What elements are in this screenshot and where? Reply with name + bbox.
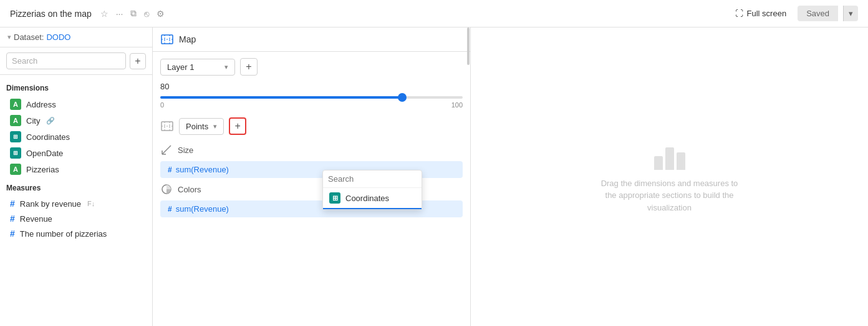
- scroll-bar: [467, 27, 470, 65]
- link-icon: 🔗: [46, 117, 55, 125]
- slider-track[interactable]: [160, 96, 463, 99]
- popup-search-area: [323, 170, 422, 188]
- sidebar-item-city[interactable]: A City 🔗: [6, 112, 146, 129]
- city-type-icon: A: [10, 115, 21, 126]
- visualization-area: Drag the dimensions and measures to the …: [471, 27, 868, 326]
- center-panel: Map Layer 1 ▾ + 80: [153, 27, 471, 326]
- measures-title: Measures: [6, 184, 146, 192]
- popup-coordinates-label: Coordinates: [345, 194, 389, 203]
- settings-button[interactable]: ⚙: [153, 6, 168, 21]
- sidebar-item-num-pizzerias[interactable]: # The number of pizzerias: [6, 226, 146, 241]
- points-select[interactable]: Points ▾: [179, 118, 224, 135]
- size-icon: [160, 144, 173, 156]
- revenue-icon: #: [10, 214, 15, 224]
- fullscreen-icon: ⛶: [735, 9, 743, 18]
- layer-label: Layer 1: [167, 62, 194, 72]
- points-row: Points ▾ +: [160, 117, 463, 135]
- sidebar-item-address[interactable]: A Address: [6, 96, 146, 112]
- layer-row: Layer 1 ▾ +: [160, 58, 463, 76]
- rank-f-label: F↓: [87, 200, 95, 207]
- header-right: ⛶ Full screen Saved ▾: [729, 6, 858, 21]
- sidebar-content: Dimensions A Address A City 🔗 ⊞ Coordina…: [0, 75, 152, 326]
- sidebar: ▾ Dataset: DODO + Dimensions A Address A…: [0, 27, 153, 326]
- add-points-field-button[interactable]: +: [229, 117, 246, 135]
- saved-dropdown-button[interactable]: ▾: [843, 6, 858, 21]
- points-chevron-icon: ▾: [213, 122, 217, 131]
- page-title: Pizzerias on the map: [10, 9, 92, 19]
- more-options-button[interactable]: ···: [112, 6, 127, 21]
- layer-chevron-icon: ▾: [224, 63, 228, 71]
- fullscreen-button[interactable]: ⛶ Full screen: [729, 6, 793, 21]
- main-content: ▾ Dataset: DODO + Dimensions A Address A…: [0, 27, 868, 326]
- scroll-indicator[interactable]: [466, 27, 470, 326]
- opendate-type-icon: ⊞: [10, 147, 21, 159]
- num-pizzerias-label: The number of pizzerias: [20, 229, 107, 239]
- slider-labels: 0 100: [160, 101, 463, 109]
- chevron-down-icon: ▾: [7, 33, 11, 41]
- popup-coordinates-item[interactable]: ⊞ Coordinates: [323, 188, 422, 209]
- colors-icon: [160, 183, 173, 195]
- pizzerias-label: Pizzerias: [26, 165, 59, 174]
- slider-min: 0: [160, 101, 164, 109]
- coordinates-label: Coordinates: [26, 132, 70, 142]
- opendate-label: OpenDate: [26, 149, 63, 158]
- map-chart-icon: [160, 32, 174, 46]
- slider-value: 80: [160, 82, 463, 91]
- colors-pill-label: sum(Revenue): [176, 204, 229, 214]
- slider-row: 80 0 100: [160, 82, 463, 109]
- window-button[interactable]: ⧉: [127, 6, 140, 21]
- chart-type-bar: Map: [153, 27, 470, 52]
- search-input[interactable]: [6, 52, 126, 69]
- size-section-header: Size: [160, 144, 463, 156]
- num-pizzerias-icon: #: [10, 229, 15, 239]
- add-field-button[interactable]: +: [130, 53, 146, 69]
- placeholder-chart-icon: [654, 140, 685, 170]
- placeholder-text: Drag the dimensions and measures to the …: [595, 177, 745, 214]
- city-label: City: [26, 116, 40, 126]
- coordinates-type-icon: ⊞: [10, 131, 21, 142]
- size-section-label: Size: [178, 146, 193, 155]
- size-pill-icon: #: [168, 165, 172, 174]
- chart-type-label: Map: [179, 34, 196, 44]
- colors-pill-icon: #: [168, 205, 172, 214]
- popup-search-input[interactable]: [328, 174, 417, 184]
- popup-coordinates-icon: ⊞: [329, 192, 340, 204]
- dataset-name: DODO: [46, 32, 70, 42]
- add-layer-button[interactable]: +: [240, 58, 258, 76]
- rank-revenue-icon: #: [10, 199, 15, 209]
- colors-section-label: Colors: [178, 185, 201, 194]
- layer-select[interactable]: Layer 1 ▾: [160, 59, 235, 76]
- points-chart-icon: [160, 119, 174, 133]
- size-pill-label: sum(Revenue): [176, 165, 229, 174]
- saved-button[interactable]: Saved: [798, 6, 838, 21]
- measures-section: Measures # Rank by revenue F↓ # Revenue …: [6, 184, 146, 241]
- rank-revenue-label: Rank by revenue: [20, 199, 81, 209]
- dataset-prefix: Dataset:: [14, 32, 44, 42]
- sidebar-item-pizzerias[interactable]: A Pizzerias: [6, 161, 146, 177]
- share-button[interactable]: ⎋: [140, 6, 153, 21]
- favorite-button[interactable]: ☆: [97, 6, 112, 21]
- address-type-icon: A: [10, 99, 21, 110]
- sidebar-search-row: +: [0, 47, 152, 75]
- slider-max: 100: [451, 101, 463, 109]
- sidebar-item-opendate[interactable]: ⊞ OpenDate: [6, 145, 146, 161]
- points-label: Points: [186, 122, 208, 131]
- center-content: Layer 1 ▾ + 80 0 100: [153, 52, 470, 326]
- address-label: Address: [26, 100, 56, 109]
- sidebar-item-revenue[interactable]: # Revenue: [6, 211, 146, 226]
- fullscreen-label: Full screen: [747, 9, 787, 18]
- pizzerias-type-icon: A: [10, 164, 21, 175]
- sidebar-item-rank-revenue[interactable]: # Rank by revenue F↓: [6, 196, 146, 211]
- svg-line-2: [162, 146, 171, 154]
- placeholder: Drag the dimensions and measures to the …: [595, 140, 745, 214]
- header: Pizzerias on the map ☆ ··· ⧉ ⎋ ⚙ ⛶ Full …: [0, 0, 868, 27]
- revenue-label: Revenue: [20, 214, 52, 224]
- field-dropdown-popup: ⊞ Coordinates: [322, 170, 422, 210]
- sidebar-item-coordinates[interactable]: ⊞ Coordinates: [6, 129, 146, 145]
- dataset-bar: ▾ Dataset: DODO: [0, 27, 152, 47]
- dimensions-title: Dimensions: [6, 84, 146, 92]
